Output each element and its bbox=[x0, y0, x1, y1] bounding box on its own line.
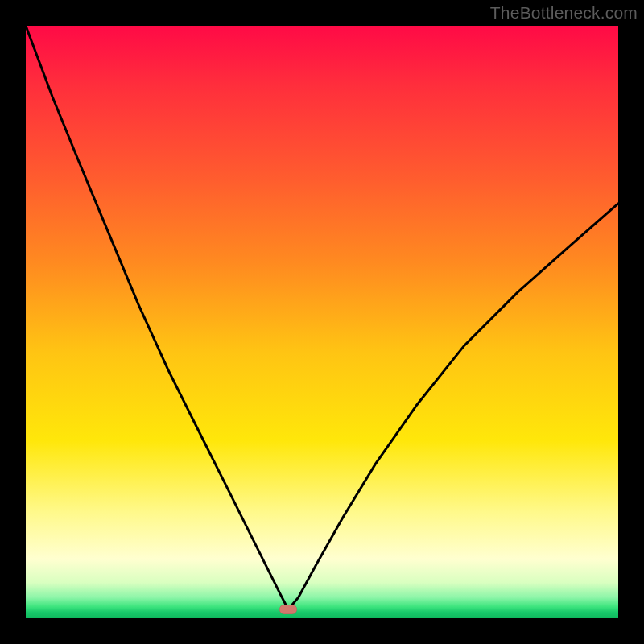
optimal-marker bbox=[279, 605, 297, 614]
plot-area bbox=[26, 26, 618, 618]
chart-frame: TheBottleneck.com bbox=[0, 0, 644, 644]
curve-layer bbox=[26, 26, 618, 618]
watermark-text: TheBottleneck.com bbox=[490, 3, 638, 23]
bottleneck-curve bbox=[26, 26, 618, 609]
